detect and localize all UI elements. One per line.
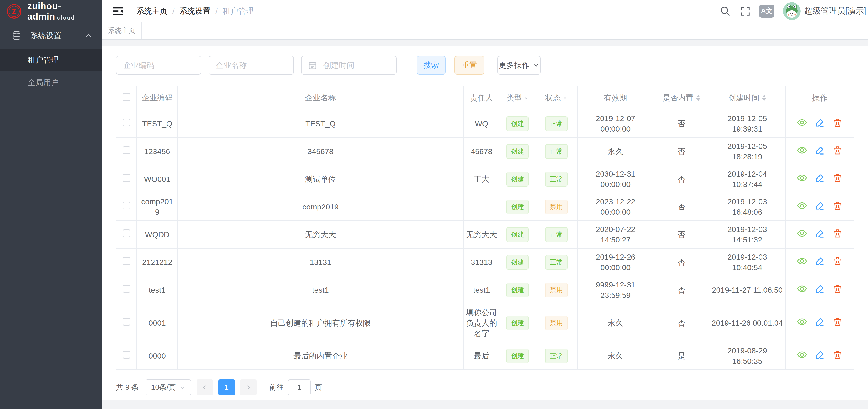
row-checkbox[interactable] [123,318,130,326]
sort-icons[interactable] [696,93,700,103]
delete-icon[interactable] [833,350,842,360]
edit-icon[interactable] [815,117,825,128]
more-actions-label: 更多操作 [499,60,530,70]
edit-icon[interactable] [815,173,825,183]
tab-system-home[interactable]: 系统主页 [102,22,142,39]
cell-type: 创建 [500,137,535,165]
col-header-label: 类型 [506,93,522,103]
filter-caret-icon[interactable] [563,96,567,100]
logo-icon: Z [7,4,21,19]
enterprise-code-input[interactable] [116,56,201,74]
type-tag: 创建 [506,255,529,270]
delete-icon[interactable] [833,256,842,266]
cell-code: WQDD [137,220,178,248]
sidebar-item-global-users[interactable]: 全局用户 [0,71,102,94]
edit-icon[interactable] [815,228,825,238]
enterprise-name-input[interactable] [209,56,294,74]
view-icon[interactable] [797,256,807,266]
delete-icon[interactable] [833,173,842,183]
cell-name: 无穷大大 [178,220,463,248]
view-icon[interactable] [797,350,807,360]
breadcrumb-item-settings[interactable]: 系统设置 [180,6,210,16]
view-icon[interactable] [797,284,807,294]
row-actions [797,201,842,211]
delete-icon[interactable] [833,145,842,155]
reset-button[interactable]: 重置 [455,56,484,74]
status-tag: 禁用 [545,200,567,214]
edit-icon[interactable] [815,284,825,294]
row-checkbox[interactable] [123,351,130,359]
chevron-down-icon [533,62,539,69]
sidebar-menu-label: 系统设置 [30,30,85,41]
next-page-button[interactable] [240,379,256,395]
view-icon[interactable] [797,173,807,183]
translate-icon[interactable]: A文 [759,5,774,18]
search-button[interactable]: 搜索 [417,56,445,74]
goto-page-input[interactable] [288,379,311,395]
row-checkbox[interactable] [123,118,130,126]
cell-type: 创建 [500,342,535,370]
row-checkbox[interactable] [123,174,130,182]
select-all-checkbox[interactable] [123,93,130,101]
username[interactable]: 超级管理员[演示] [804,5,866,16]
more-actions-button[interactable]: 更多操作 [497,56,541,74]
view-icon[interactable] [797,145,807,155]
type-tag: 创建 [506,348,529,363]
view-icon[interactable] [797,117,807,128]
view-icon[interactable] [797,317,807,327]
delete-icon[interactable] [833,317,842,327]
cell-owner: WQ [463,110,500,137]
cell-created: 2019-12-03 14:51:32 [709,220,785,248]
row-checkbox[interactable] [123,257,130,265]
row-actions [797,284,842,294]
cell-owner: 无穷大大 [463,220,500,248]
delete-icon[interactable] [833,117,842,128]
edit-icon[interactable] [815,256,825,266]
breadcrumb-item-current: 租户管理 [223,6,254,16]
table-row: TEST_QTEST_QWQ创建正常2019-12-07 00:00:00否20… [116,110,854,137]
view-icon[interactable] [797,228,807,238]
logo-letter: Z [12,7,17,16]
delete-icon[interactable] [833,284,842,294]
cell-builtin: 否 [654,304,709,342]
filter-caret-icon[interactable] [524,96,528,100]
breadcrumb-item-home[interactable]: 系统主页 [136,6,167,16]
create-time-picker[interactable] [301,56,397,74]
cell-select [116,110,137,137]
cell-code: test1 [137,276,178,304]
cell-owner [463,193,500,220]
logo: Z zuihou-admincloud [0,0,102,23]
search-icon[interactable] [719,5,731,17]
row-checkbox[interactable] [123,202,130,209]
cell-type: 创建 [500,248,535,276]
table-body: TEST_QTEST_QWQ创建正常2019-12-07 00:00:00否20… [116,110,854,370]
col-header-type: 类型 [500,86,535,110]
sidebar-menu-system-settings[interactable]: 系统设置 [0,23,102,48]
sort-icons[interactable] [762,93,766,103]
fullscreen-icon[interactable] [739,5,751,17]
page-size-select[interactable]: 10条/页 [146,379,191,395]
edit-icon[interactable] [815,317,825,327]
cell-created: 2019-12-03 16:48:06 [709,193,785,220]
sidebar-item-tenant-management[interactable]: 租户管理 [0,48,102,71]
prev-page-button[interactable] [196,379,213,395]
delete-icon[interactable] [833,201,842,211]
cell-status: 正常 [535,342,577,370]
cell-select [116,165,137,193]
row-checkbox[interactable] [123,285,130,293]
row-checkbox[interactable] [123,146,130,154]
view-icon[interactable] [797,201,807,211]
edit-icon[interactable] [815,350,825,360]
table-row: 0000最后的内置企业最后创建正常永久是2019-08-29 16:50:35 [116,342,854,370]
avatar[interactable] [783,2,801,20]
edit-icon[interactable] [815,201,825,211]
delete-icon[interactable] [833,228,842,238]
collapse-sidebar-icon[interactable] [112,5,124,17]
row-checkbox[interactable] [123,230,130,237]
translate-label: A文 [761,6,773,16]
col-header-code: 企业编码 [137,86,178,110]
edit-icon[interactable] [815,145,825,155]
tenant-table: 企业编码 企业名称 责任人 类型 状态 有效期 是否内置 创建时间 操作 TES… [116,86,854,370]
page-number-1[interactable]: 1 [218,379,235,395]
type-tag: 创建 [506,227,529,242]
